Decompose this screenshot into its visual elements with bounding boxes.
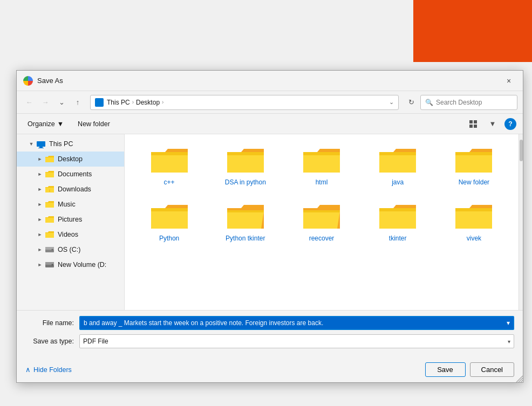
svg-rect-1 [474, 120, 477, 123]
forward-button[interactable]: → [38, 95, 52, 109]
up-button[interactable]: ↑ [71, 95, 85, 109]
filename-input[interactable]: b and away _ Markets start the week on a… [79, 316, 514, 330]
svg-rect-5 [39, 147, 43, 148]
svg-point-16 [52, 249, 53, 251]
drive-icon-os-c [45, 245, 54, 254]
file-label-python: Python [159, 235, 179, 242]
view-options-button[interactable]: ▼ [485, 116, 500, 132]
folder-icon-cpp [150, 144, 189, 176]
savetype-label: Save as type: [25, 338, 79, 345]
folder-icon-pictures [45, 215, 54, 224]
search-icon: 🔍 [425, 99, 433, 106]
sidebar-label-pictures: Pictures [58, 216, 82, 223]
file-label-tkinter: tkinter [389, 235, 407, 242]
file-item-vivek[interactable]: vivek [438, 196, 510, 246]
folder-icon-java [378, 144, 417, 176]
title-bar: Save As × [17, 71, 523, 91]
svg-rect-26 [379, 154, 416, 173]
savetype-value: PDF File [83, 338, 108, 345]
sidebar-item-documents[interactable]: ► Documents [17, 167, 124, 182]
pc-icon [36, 140, 46, 148]
file-label-new-folder: New folder [459, 178, 489, 186]
expand-icon-this-pc: ▼ [28, 140, 35, 148]
file-item-new-folder[interactable]: New folder [438, 140, 510, 190]
folder-icon-tkinter [378, 200, 417, 232]
scrollbar[interactable] [519, 134, 523, 310]
file-item-python[interactable]: Python [133, 196, 205, 246]
folder-icon-downloads: ↓ [45, 185, 54, 194]
resize-icon [515, 375, 523, 382]
file-item-html[interactable]: html [285, 140, 357, 190]
sidebar-item-os-c[interactable]: ► OS (C:) [17, 242, 124, 257]
file-label-vivek: vivek [467, 235, 481, 242]
sidebar-item-music[interactable]: ► Music [17, 197, 124, 212]
svg-rect-3 [474, 125, 477, 128]
close-button[interactable]: × [501, 73, 516, 88]
organize-button[interactable]: Organize ▼ [23, 119, 68, 129]
address-desktop: Desktop [136, 99, 160, 106]
save-button[interactable]: Save [425, 362, 466, 377]
expand-icon-pictures: ► [36, 216, 44, 223]
address-bar[interactable]: This PC › Desktop › ⌄ [90, 95, 399, 110]
view-toggle-button[interactable] [466, 116, 481, 132]
filename-row: File name: b and away _ Markets start th… [25, 316, 514, 330]
svg-rect-37 [455, 208, 492, 211]
sidebar-item-pictures[interactable]: ► Pictures [17, 212, 124, 227]
svg-rect-25 [303, 152, 340, 155]
file-item-java[interactable]: java [362, 140, 434, 190]
file-item-python-tkinter[interactable]: Python tkinter [209, 196, 281, 246]
file-item-reecover[interactable]: reecover [285, 196, 357, 246]
resize-grip[interactable] [515, 375, 523, 382]
recent-button[interactable]: ⌄ [54, 95, 69, 109]
svg-rect-11 [45, 203, 54, 208]
cancel-button[interactable]: Cancel [470, 362, 514, 377]
new-folder-button[interactable]: New folder [72, 119, 115, 129]
file-item-tkinter[interactable]: tkinter [362, 196, 434, 246]
organize-chevron: ▼ [57, 120, 64, 128]
sidebar-label-desktop: Desktop [58, 155, 83, 163]
sidebar-label-this-pc: This PC [49, 140, 73, 148]
back-button[interactable]: ← [22, 95, 36, 109]
scrollbar-thumb[interactable] [520, 140, 523, 161]
folder-icon-music [45, 200, 54, 209]
sidebar-label-downloads: Downloads [58, 185, 91, 193]
search-input[interactable] [436, 99, 513, 106]
svg-rect-36 [455, 210, 492, 229]
search-bar[interactable]: 🔍 [420, 95, 517, 110]
sidebar-item-videos[interactable]: ► Videos [17, 227, 124, 242]
sidebar-item-downloads[interactable]: ► ↓ Downloads [17, 182, 124, 197]
pc-address-icon [95, 98, 104, 107]
refresh-button[interactable]: ↻ [404, 95, 418, 109]
sidebar-item-new-volume-d[interactable]: ► New Volume (D: [17, 257, 124, 272]
file-item-dsa[interactable]: DSA in python [209, 140, 281, 190]
svg-rect-20 [151, 154, 188, 173]
svg-rect-32 [227, 210, 264, 212]
savetype-select[interactable]: PDF File ▾ [79, 334, 514, 348]
svg-rect-27 [379, 152, 416, 155]
navigation-toolbar: ← → ⌄ ↑ This PC › Desktop › ⌄ ↻ 🔍 [17, 91, 523, 114]
expand-icon-music: ► [36, 201, 44, 208]
sidebar-label-new-volume-d: New Volume (D: [58, 261, 106, 269]
svg-rect-21 [151, 152, 188, 155]
chrome-icon [23, 76, 33, 86]
folder-icon-new-folder [454, 144, 493, 176]
expand-icon-os-c: ► [36, 246, 44, 253]
sidebar-label-videos: Videos [58, 231, 78, 238]
svg-rect-33 [303, 210, 340, 212]
svg-rect-6 [38, 148, 44, 148]
folder-icon-html [302, 144, 341, 176]
svg-text:↓: ↓ [49, 188, 51, 192]
file-item-cpp[interactable]: c++ [133, 140, 205, 190]
buttons-row: ∧ Hide Folders Save Cancel [17, 358, 523, 382]
bottom-section: File name: b and away _ Markets start th… [17, 310, 523, 358]
sidebar-item-desktop[interactable]: ► Desktop [17, 152, 124, 167]
sidebar-item-this-pc[interactable]: ▼ This PC [17, 136, 124, 152]
filename-dropdown-arrow[interactable]: ▾ [507, 319, 510, 327]
file-label-python-tkinter: Python tkinter [226, 235, 265, 242]
hide-folders-button[interactable]: ∧ Hide Folders [25, 366, 72, 374]
folder-icon-documents [45, 170, 54, 178]
address-chevron[interactable]: ⌄ [389, 99, 394, 106]
folder-icon-dsa [226, 144, 265, 176]
help-button[interactable]: ? [504, 118, 516, 130]
svg-rect-23 [227, 152, 264, 155]
